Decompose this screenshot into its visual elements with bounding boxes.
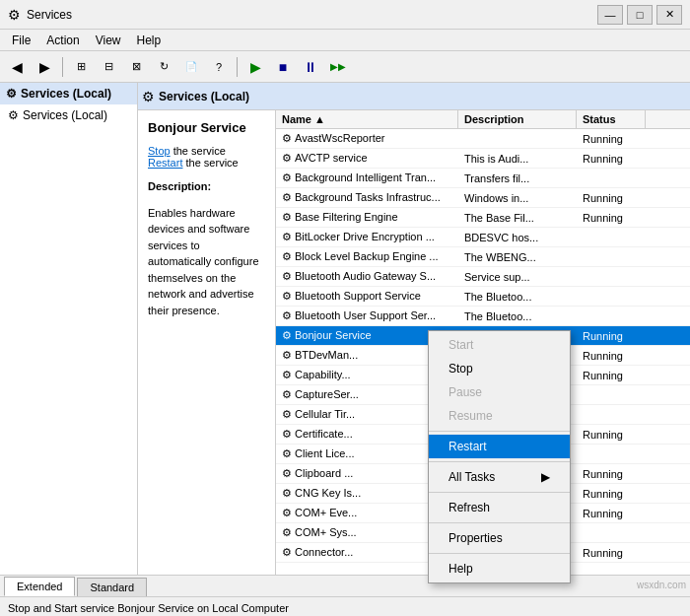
refresh-button[interactable]: ↻ bbox=[151, 55, 176, 79]
cell-status bbox=[577, 177, 646, 179]
context-menu-item-start: Start bbox=[429, 333, 570, 357]
right-panel: ⚙ Services (Local) Bonjour Service Stop … bbox=[138, 83, 690, 575]
cell-status: Running bbox=[577, 329, 646, 343]
table-row[interactable]: ⚙Bluetooth Support ServiceThe Bluetoo... bbox=[276, 287, 690, 307]
service-icon: ⚙ bbox=[282, 487, 292, 499]
selected-service-name: Bonjour Service bbox=[148, 120, 265, 135]
cell-status bbox=[577, 256, 646, 258]
context-menu-item-all-tasks[interactable]: All Tasks▶ bbox=[429, 465, 570, 489]
cell-status: Running bbox=[577, 507, 646, 520]
services-header-text: Services (Local) bbox=[159, 90, 249, 103]
cell-description bbox=[458, 138, 577, 140]
context-menu-item-help[interactable]: Help bbox=[429, 557, 570, 581]
cell-description: The Base Fil... bbox=[458, 211, 577, 225]
service-icon: ⚙ bbox=[282, 231, 292, 242]
cell-status: Running bbox=[577, 428, 646, 442]
help-toolbar-button[interactable]: ? bbox=[206, 55, 232, 79]
cell-name: ⚙AVCTP service bbox=[276, 151, 458, 166]
close-button[interactable]: ✕ bbox=[656, 5, 682, 25]
new-window-button[interactable]: ⊠ bbox=[123, 55, 149, 79]
status-text: Stop and Start service Bonjour Service o… bbox=[8, 602, 289, 614]
cell-status: Running bbox=[577, 152, 646, 166]
export-button[interactable]: 📄 bbox=[178, 55, 204, 79]
service-icon: ⚙ bbox=[282, 309, 292, 321]
title-bar: ⚙ Services — □ ✕ bbox=[0, 0, 690, 30]
table-row[interactable]: ⚙Block Level Backup Engine ...The WBENG.… bbox=[276, 247, 690, 267]
services-header: ⚙ Services (Local) bbox=[138, 83, 690, 110]
context-menu: StartStopPauseResumeRestartAll Tasks▶Ref… bbox=[428, 330, 571, 583]
service-description: Enables hardware devices and software se… bbox=[148, 205, 265, 319]
context-menu-item-refresh[interactable]: Refresh bbox=[429, 496, 570, 519]
table-row[interactable]: ⚙BitLocker Drive Encryption ...BDESVC ho… bbox=[276, 228, 690, 247]
cell-status bbox=[577, 532, 646, 534]
col-header-description[interactable]: Description bbox=[458, 110, 577, 128]
menu-bar: File Action View Help bbox=[0, 30, 690, 51]
context-menu-label: All Tasks bbox=[448, 470, 495, 484]
tab-extended[interactable]: Extended bbox=[4, 577, 75, 596]
minimize-button[interactable]: — bbox=[597, 5, 623, 25]
table-row[interactable]: ⚙AVCTP serviceThis is Audi...Running bbox=[276, 149, 690, 169]
show-console-button[interactable]: ⊞ bbox=[68, 55, 94, 79]
service-icon: ⚙ bbox=[282, 447, 292, 459]
service-icon: ⚙ bbox=[282, 270, 292, 282]
tab-standard[interactable]: Standard bbox=[77, 578, 147, 596]
table-row[interactable]: ⚙Bluetooth Audio Gateway S...Service sup… bbox=[276, 267, 690, 287]
context-menu-item-resume: Resume bbox=[429, 404, 570, 428]
app-icon: ⚙ bbox=[8, 7, 21, 23]
context-menu-item-pause: Pause bbox=[429, 380, 570, 404]
col-header-name[interactable]: Name ▲ bbox=[276, 110, 458, 128]
stop-button[interactable]: ■ bbox=[270, 55, 296, 79]
context-menu-item-properties[interactable]: Properties bbox=[429, 526, 570, 550]
context-menu-item-stop[interactable]: Stop bbox=[429, 357, 570, 380]
pause-button[interactable]: ⏸ bbox=[298, 55, 323, 79]
cell-description: Service sup... bbox=[458, 270, 577, 284]
service-icon: ⚙ bbox=[282, 132, 292, 144]
restart-service-link[interactable]: Restart bbox=[148, 157, 182, 169]
play-button[interactable]: ▶ bbox=[242, 55, 268, 79]
service-icon: ⚙ bbox=[282, 546, 292, 558]
menu-action[interactable]: Action bbox=[38, 32, 87, 49]
table-row[interactable]: ⚙Background Intelligent Tran...Transfers… bbox=[276, 169, 690, 188]
cell-description: Transfers fil... bbox=[458, 171, 577, 185]
service-icon: ⚙ bbox=[282, 290, 292, 302]
cell-status: Running bbox=[577, 487, 646, 501]
cell-name: ⚙Base Filtering Engine bbox=[276, 210, 458, 225]
cell-name: ⚙BitLocker Drive Encryption ... bbox=[276, 230, 458, 244]
services-local-label: Services (Local) bbox=[23, 108, 107, 122]
cell-name: ⚙AvastWscReporter bbox=[276, 131, 458, 146]
table-row[interactable]: ⚙Bluetooth User Support Ser...The Blueto… bbox=[276, 307, 690, 326]
left-tree-services[interactable]: ⚙ Services (Local) bbox=[0, 104, 137, 126]
menu-view[interactable]: View bbox=[88, 32, 129, 49]
context-menu-item-restart[interactable]: Restart bbox=[429, 435, 570, 458]
left-panel-icon: ⚙ bbox=[6, 87, 17, 101]
cell-name: ⚙Background Intelligent Tran... bbox=[276, 171, 458, 185]
toolbar-separator-2 bbox=[237, 57, 238, 77]
menu-help[interactable]: Help bbox=[129, 32, 170, 49]
cell-status bbox=[577, 414, 646, 416]
show-hide-button[interactable]: ⊟ bbox=[96, 55, 121, 79]
service-icon: ⚙ bbox=[282, 250, 292, 262]
menu-file[interactable]: File bbox=[4, 32, 38, 49]
cell-description: The WBENG... bbox=[458, 250, 577, 264]
title-bar-left: ⚙ Services bbox=[8, 7, 72, 23]
back-button[interactable]: ◀ bbox=[4, 55, 30, 79]
stop-service-link[interactable]: Stop bbox=[148, 145, 171, 157]
table-row[interactable]: ⚙AvastWscReporterRunning bbox=[276, 129, 690, 149]
col-header-status[interactable]: Status bbox=[577, 110, 646, 128]
table-row[interactable]: ⚙Background Tasks Infrastruc...Windows i… bbox=[276, 188, 690, 208]
context-menu-separator bbox=[429, 553, 570, 554]
context-menu-separator bbox=[429, 522, 570, 523]
resume-button[interactable]: ▶▶ bbox=[325, 55, 351, 79]
forward-button[interactable]: ▶ bbox=[32, 55, 57, 79]
main-content: ⚙ Services (Local) ⚙ Services (Local) ⚙ … bbox=[0, 83, 690, 575]
cell-description: This is Audi... bbox=[458, 152, 577, 166]
table-row[interactable]: ⚙Base Filtering EngineThe Base Fil...Run… bbox=[276, 208, 690, 228]
service-icon: ⚙ bbox=[282, 152, 292, 164]
service-icon: ⚙ bbox=[282, 507, 292, 518]
cell-status: Running bbox=[577, 211, 646, 225]
maximize-button[interactable]: □ bbox=[627, 5, 653, 25]
service-details: Bonjour Service Stop the service Restart… bbox=[138, 110, 276, 575]
cell-status bbox=[577, 237, 646, 239]
bottom-tabs: Extended Standard bbox=[0, 575, 690, 596]
submenu-arrow-icon: ▶ bbox=[541, 470, 550, 484]
